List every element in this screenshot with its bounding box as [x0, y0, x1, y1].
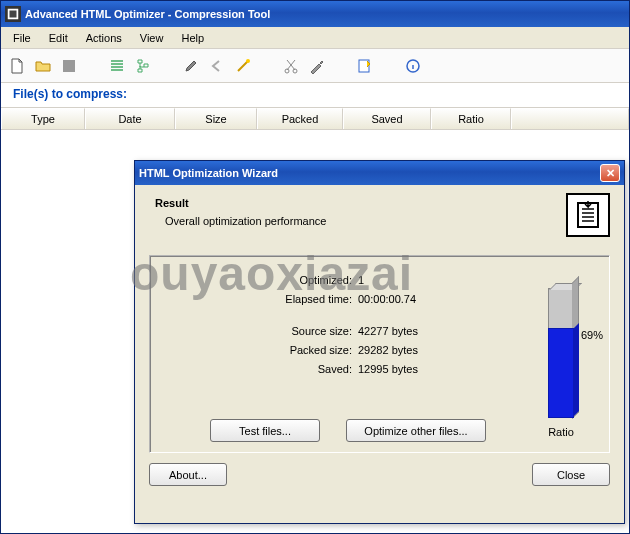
new-file-icon[interactable]: [7, 56, 27, 76]
svg-point-3: [246, 59, 250, 63]
column-type[interactable]: Type: [1, 108, 85, 129]
tools-icon[interactable]: [307, 56, 327, 76]
column-size[interactable]: Size: [175, 108, 257, 129]
close-button[interactable]: Close: [532, 463, 610, 486]
stop-icon[interactable]: [59, 56, 79, 76]
cut-icon[interactable]: [281, 56, 301, 76]
menubar: File Edit Actions View Help: [1, 27, 629, 49]
result-panel: Optimized: 1 Elapsed time: 00:00:00.74 S…: [149, 255, 610, 453]
list-icon[interactable]: [107, 56, 127, 76]
ratio-percent-label: 69%: [581, 329, 603, 336]
open-folder-icon[interactable]: [33, 56, 53, 76]
wizard-dialog: HTML Optimization Wizard ✕ Result Overal…: [134, 160, 625, 524]
compress-icon: [566, 193, 610, 237]
svg-rect-1: [10, 11, 17, 18]
wizard-title: HTML Optimization Wizard: [139, 167, 278, 179]
stats: Optimized: 1 Elapsed time: 00:00:00.74 S…: [162, 274, 525, 442]
column-rest: [511, 108, 629, 129]
result-heading: Result: [155, 197, 566, 209]
result-subheading: Overall optimization performance: [155, 215, 566, 227]
toolbar: [1, 49, 629, 83]
tree-icon[interactable]: [133, 56, 153, 76]
grid-header: Type Date Size Packed Saved Ratio: [1, 108, 629, 130]
ratio-bar: 69%: [548, 288, 574, 418]
menu-actions[interactable]: Actions: [78, 30, 130, 46]
brush-icon[interactable]: [181, 56, 201, 76]
menu-edit[interactable]: Edit: [41, 30, 76, 46]
menu-file[interactable]: File: [5, 30, 39, 46]
window-title: Advanced HTML Optimizer - Compression To…: [25, 8, 270, 20]
stat-packed: Packed size: 29282 bytes: [262, 344, 418, 356]
arrow-left-icon[interactable]: [207, 56, 227, 76]
stat-optimized: Optimized: 1: [262, 274, 364, 286]
app-icon: [5, 6, 21, 22]
wand-icon[interactable]: [233, 56, 253, 76]
wizard-titlebar: HTML Optimization Wizard ✕: [135, 161, 624, 185]
optimize-other-files-button[interactable]: Optimize other files...: [346, 419, 486, 442]
stat-source: Source size: 42277 bytes: [262, 325, 418, 337]
stat-saved: Saved: 12995 bytes: [262, 363, 418, 375]
info-icon[interactable]: [403, 56, 423, 76]
column-ratio[interactable]: Ratio: [431, 108, 511, 129]
column-saved[interactable]: Saved: [343, 108, 431, 129]
column-packed[interactable]: Packed: [257, 108, 343, 129]
ratio-chart-label: Ratio: [548, 426, 574, 438]
about-button[interactable]: About...: [149, 463, 227, 486]
menu-help[interactable]: Help: [173, 30, 212, 46]
svg-rect-2: [63, 60, 75, 72]
close-icon[interactable]: ✕: [600, 164, 620, 182]
test-files-button[interactable]: Test files...: [210, 419, 320, 442]
ratio-chart: 69% Ratio: [525, 274, 597, 442]
titlebar: Advanced HTML Optimizer - Compression To…: [1, 1, 629, 27]
menu-view[interactable]: View: [132, 30, 172, 46]
column-date[interactable]: Date: [85, 108, 175, 129]
settings-icon[interactable]: [355, 56, 375, 76]
stat-elapsed: Elapsed time: 00:00:00.74: [262, 293, 416, 305]
files-to-compress-label: File(s) to compress:: [1, 83, 629, 108]
